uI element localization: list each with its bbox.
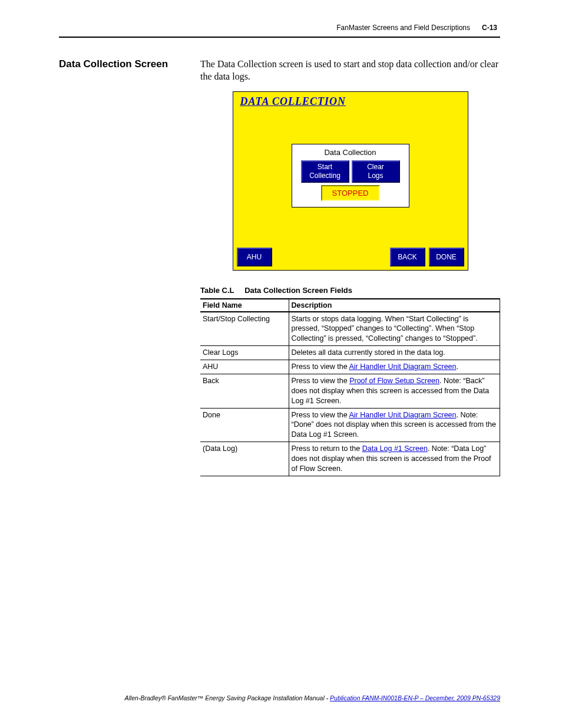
start-line2: Collecting [309,172,340,180]
desc-cell: Press to view the Air Handler Unit Diagr… [289,360,500,374]
ahu-button[interactable]: AHU [237,248,272,266]
footer-text: Allen-Bradley® FanMaster™ Energy Saving … [125,694,330,701]
header-title: FanMaster Screens and Field Descriptions [336,24,470,32]
fields-table: Field Name Description Start/Stop Collec… [200,298,500,476]
field-cell: Done [200,408,289,442]
header-page-number: C-13 [482,24,497,32]
desc-cell: Deletes all data currently stored in the… [289,346,500,360]
intro-paragraph: The Data Collection screen is used to st… [200,58,500,83]
table-caption-label: Table C.L [200,286,234,295]
table-row: Back Press to view the Proof of Flow Set… [200,374,500,408]
field-cell: Start/Stop Collecting [200,312,289,346]
clear-line1: Clear [367,163,384,171]
table-row: (Data Log) Press to return to the Data L… [200,442,500,476]
data-log-link[interactable]: Data Log #1 Screen [362,444,428,453]
publication-link[interactable]: Publication FANM-IN001B-EN-P – December,… [330,694,500,701]
data-collection-panel: Data Collection Start Collecting Clear L… [292,144,409,207]
page-footer: Allen-Bradley® FanMaster™ Energy Saving … [125,694,500,701]
table-caption: Table C.L Data Collection Screen Fields [200,286,500,295]
ahu-diagram-link[interactable]: Air Handler Unit Diagram Screen [349,363,456,371]
clear-logs-button[interactable]: Clear Logs [352,160,400,183]
table-header-row: Field Name Description [200,299,500,312]
running-header: FanMaster Screens and Field Descriptions… [0,0,562,37]
back-button[interactable]: BACK [390,248,425,266]
field-cell: Clear Logs [200,346,289,360]
start-collecting-button[interactable]: Start Collecting [301,160,349,183]
table-row: Done Press to view the Air Handler Unit … [200,408,500,442]
col-field-name: Field Name [200,299,289,312]
table-row: Start/Stop Collecting Starts or stops da… [200,312,500,346]
ahu-diagram-link-2[interactable]: Air Handler Unit Diagram Screen [349,411,456,419]
section-heading: Data Collection Screen [59,58,189,70]
col-description: Description [289,299,500,312]
desc-cell: Press to view the Air Handler Unit Diagr… [289,408,500,442]
table-caption-text: Data Collection Screen Fields [244,286,352,295]
data-collection-screenshot: DATA COLLECTION Data Collection Start Co… [233,91,468,271]
field-cell: Back [200,374,289,408]
desc-cell: Press to return to the Data Log #1 Scree… [289,442,500,476]
clear-line2: Logs [368,172,383,180]
table-row: Clear Logs Deletes all data currently st… [200,346,500,360]
panel-title: Data Collection [297,148,404,160]
field-cell: AHU [200,360,289,374]
done-button[interactable]: DONE [429,248,464,266]
proof-of-flow-link[interactable]: Proof of Flow Setup Screen [349,377,439,385]
field-cell: (Data Log) [200,442,289,476]
table-row: AHU Press to view the Air Handler Unit D… [200,360,500,374]
start-line1: Start [318,163,332,171]
screenshot-title: DATA COLLECTION [233,92,468,111]
desc-cell: Starts or stops data logging. When “Star… [289,312,500,346]
desc-cell: Press to view the Proof of Flow Setup Sc… [289,374,500,408]
collection-status: STOPPED [321,185,380,201]
